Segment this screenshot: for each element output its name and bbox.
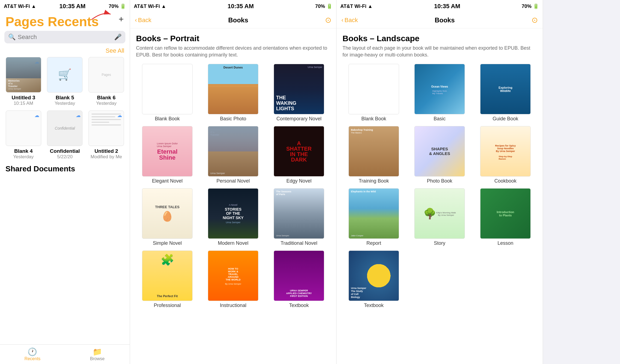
book-label-report: Report bbox=[366, 240, 381, 246]
cloud-icon-3: ☁ bbox=[76, 112, 81, 118]
book-basic-photo[interactable]: Desert Dunes Basic Photo bbox=[202, 64, 264, 122]
item-date-blank6: Yesterday bbox=[96, 101, 117, 106]
back-button-portrait[interactable]: ‹ Back bbox=[135, 17, 151, 24]
cover-eternal-shine: Lorem Ipsum DolorUrna Semper EternalShin… bbox=[142, 126, 193, 177]
search-bar[interactable]: 🔍 🎤 bbox=[4, 31, 125, 43]
cover-textbook-p: URNA SEMPERAPPLIED CHEMISTRYFIRST EDITIO… bbox=[274, 250, 324, 301]
carrier-label-3: AT&T Wi-Fi bbox=[340, 4, 366, 9]
status-bar-3: AT&T Wi-Fi ▲ 10:35 AM 70% 🔋 bbox=[336, 0, 543, 12]
battery-label-3: 70% bbox=[522, 4, 532, 9]
book-label-instructional: Instructional bbox=[220, 303, 246, 308]
book-photo[interactable]: SHAPES& ANGLES Photo Book bbox=[408, 126, 471, 184]
cover-waking-lights: Urna Semper THEWAKINGLIGHTS bbox=[274, 64, 324, 114]
carrier-wifi-1: AT&T Wi-Fi ▲ bbox=[4, 4, 36, 9]
portrait-section-desc: Content can reflow to accommodate differ… bbox=[136, 45, 330, 58]
recent-item-untitled2[interactable]: ☁ Untitled 2 Modified by Me bbox=[88, 111, 125, 160]
panel-recents: AT&T Wi-Fi ▲ 10:35 AM 70% 🔋 + Pages Rece… bbox=[0, 0, 130, 364]
book-label-guide: Guide Book bbox=[492, 116, 518, 122]
book-professional[interactable]: The Perfect Fit 🧩 Professional bbox=[136, 250, 199, 308]
carrier-label-2: AT&T Wi-Fi bbox=[134, 4, 160, 9]
confidential-label: Confidential bbox=[55, 126, 75, 130]
blank-doc-icon: Pages bbox=[102, 73, 111, 77]
book-story[interactable]: 🌳 Kitty's Morning WalkBy Urna Semper Sto… bbox=[408, 188, 471, 246]
book-report[interactable]: Elephants in the Wild Jake Cooper Report bbox=[343, 188, 405, 246]
cover-shapes: SHAPES& ANGLES bbox=[414, 126, 465, 177]
thumb-blank5: 🛒 bbox=[47, 57, 82, 93]
battery-2: 70% 🔋 bbox=[315, 3, 332, 9]
more-button-landscape[interactable]: ⊙ bbox=[532, 16, 538, 25]
cloud-icon-4: ☁ bbox=[117, 112, 122, 118]
see-all-button[interactable]: See All bbox=[106, 47, 125, 54]
item-date-blank5: Yesterday bbox=[55, 101, 75, 106]
back-label-portrait: Back bbox=[138, 17, 151, 24]
book-instructional[interactable]: HOW TOWORK &TRAVELAROUNDTHE WORLD By Urn… bbox=[202, 250, 264, 308]
book-contemporary[interactable]: Urna Semper THEWAKINGLIGHTS Contemporary… bbox=[268, 64, 330, 122]
book-basic-l[interactable]: Ocean Views Highlights fromMy Travels Ba… bbox=[408, 64, 471, 122]
book-cookbook[interactable]: Recipes for SpicySoup NoodlesBy Urna Sem… bbox=[474, 126, 537, 184]
book-label-blank: Blank Book bbox=[155, 116, 180, 122]
back-button-landscape[interactable]: ‹ Back bbox=[341, 17, 358, 24]
book-label-basic-photo: Basic Photo bbox=[220, 116, 246, 122]
browse-icon: 📁 bbox=[93, 347, 102, 356]
book-traditional[interactable]: The Seasonsof Paris Urna Semper Traditio… bbox=[268, 188, 330, 246]
recent-item-blank5[interactable]: 🛒 Blank 5 Yesterday bbox=[46, 57, 84, 106]
book-personal[interactable]: Memoriesof aTraveler Urna Semper Persona… bbox=[202, 126, 264, 184]
books-landscape-content: Books – Landscape The layout of each pag… bbox=[336, 28, 543, 364]
book-edgy[interactable]: ASHATTERIN THEDARK Edgy Novel bbox=[268, 126, 330, 184]
portrait-section-title: Books – Portrait bbox=[136, 34, 330, 43]
thumb-confidential: ☁ Confidential bbox=[47, 111, 82, 146]
cover-blank-l bbox=[349, 64, 399, 114]
wifi-icon-2: ▲ bbox=[161, 4, 166, 9]
cover-ocean-views: Ocean Views Highlights fromMy Travels bbox=[414, 64, 465, 114]
item-name-untitled3: Untitled 3 bbox=[12, 95, 36, 101]
item-name-blank4: Blank 4 bbox=[14, 148, 33, 154]
book-label-basic-l: Basic bbox=[433, 116, 445, 122]
time-1: 10:35 AM bbox=[59, 3, 85, 10]
book-blank[interactable]: Blank Book bbox=[136, 64, 199, 122]
book-modern[interactable]: A Novel STORIESOF THENIGHT SKY Urna Semp… bbox=[202, 188, 264, 246]
thumb-blank4: ☁ bbox=[6, 111, 41, 146]
cover-traditional: The Seasonsof Paris Urna Semper bbox=[274, 188, 324, 239]
nav-portrait: ‹ Back Books ⊙ bbox=[130, 12, 336, 28]
doc-lines bbox=[91, 114, 121, 127]
book-guide[interactable]: ExploringWildlife Guide Book bbox=[474, 64, 537, 122]
tab-browse[interactable]: 📁 Browse bbox=[65, 345, 130, 364]
book-blank-l[interactable]: Blank Book bbox=[343, 64, 405, 122]
browse-label: Browse bbox=[90, 356, 105, 361]
book-simple[interactable]: THREE TALES 🥚 Simple Novel bbox=[136, 188, 199, 246]
book-training[interactable]: Bakeshop TrainingThe Basics Training Boo… bbox=[343, 126, 405, 184]
recent-item-blank6[interactable]: Pages Blank 6 Yesterday bbox=[88, 57, 125, 106]
book-label-textbook-l: Textbook bbox=[364, 303, 383, 308]
book-textbook-l[interactable]: Urna SemperThe Studyof CellBiology Textb… bbox=[343, 250, 405, 308]
book-elegant[interactable]: Lorem Ipsum DolorUrna Semper EternalShin… bbox=[136, 126, 199, 184]
cart-icon: 🛒 bbox=[58, 68, 72, 81]
mic-icon[interactable]: 🎤 bbox=[114, 34, 122, 41]
search-input[interactable] bbox=[18, 34, 112, 41]
add-button[interactable]: + bbox=[119, 14, 124, 24]
book-label-elegant: Elegant Novel bbox=[152, 178, 182, 184]
nav-landscape: ‹ Back Books ⊙ bbox=[336, 12, 543, 28]
battery-label-2: 70% bbox=[315, 4, 325, 9]
cover-lesson: Introductionto Plants bbox=[480, 188, 531, 239]
more-button-portrait[interactable]: ⊙ bbox=[325, 16, 331, 25]
battery-icon-3: 🔋 bbox=[533, 3, 539, 9]
carrier-label-1: AT&T Wi-Fi bbox=[4, 4, 30, 9]
book-textbook-p[interactable]: URNA SEMPERAPPLIED CHEMISTRYFIRST EDITIO… bbox=[268, 250, 330, 308]
battery-icon-2: 🔋 bbox=[326, 3, 332, 9]
cover-instructional: HOW TOWORK &TRAVELAROUNDTHE WORLD By Urn… bbox=[208, 250, 258, 301]
recents-icon: 🕐 bbox=[28, 347, 37, 356]
status-bar-2: AT&T Wi-Fi ▲ 10:35 AM 70% 🔋 bbox=[130, 0, 336, 12]
portrait-books-grid: Blank Book Desert Dunes Basic Photo Urna… bbox=[136, 64, 330, 308]
back-chevron-landscape: ‹ bbox=[341, 17, 343, 24]
book-label-modern: Modern Novel bbox=[218, 240, 248, 246]
thumb-untitled2: ☁ bbox=[88, 111, 124, 146]
recent-item-confidential[interactable]: ☁ Confidential Confidential 5/22/20 bbox=[46, 111, 84, 160]
recents-grid: ☁ Memoriesof aTraveler Urna Semper Untit… bbox=[0, 57, 130, 160]
recent-item-blank4[interactable]: ☁ Blank 4 Yesterday bbox=[5, 111, 42, 160]
nav-title-portrait: Books bbox=[228, 16, 248, 24]
book-lesson[interactable]: Introductionto Plants Lesson bbox=[474, 188, 537, 246]
recent-item-untitled3[interactable]: ☁ Memoriesof aTraveler Urna Semper Untit… bbox=[5, 57, 42, 106]
battery-label-1: 70% bbox=[109, 4, 119, 9]
tab-recents[interactable]: 🕐 Recents bbox=[0, 345, 65, 364]
battery-icon-1: 🔋 bbox=[120, 3, 126, 9]
